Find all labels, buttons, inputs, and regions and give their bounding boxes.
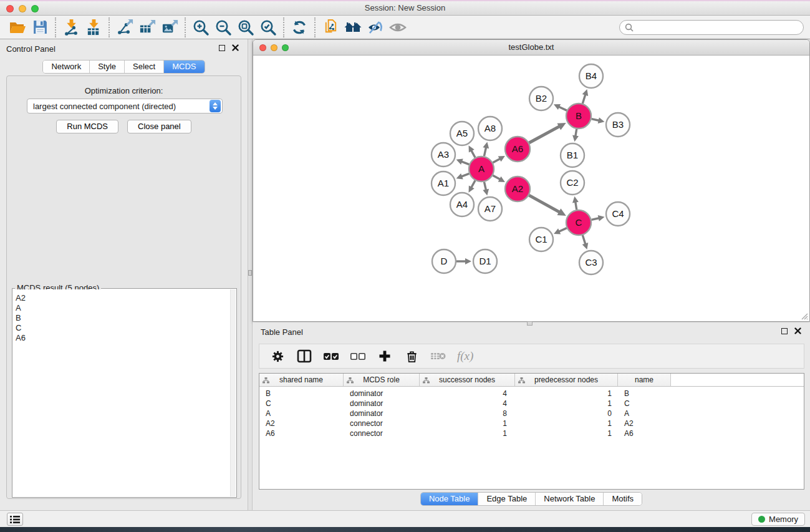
resize-grip-icon[interactable] [800, 312, 808, 320]
export-network-button[interactable] [113, 17, 136, 38]
tab-style[interactable]: Style [89, 60, 124, 73]
maximize-window-button[interactable] [31, 5, 39, 12]
add-column-button[interactable] [377, 347, 393, 365]
graph-edge-A-A2[interactable] [493, 175, 500, 180]
export-image-button[interactable] [158, 17, 181, 38]
zoom-fit-button[interactable] [234, 17, 257, 38]
deselect-all-button[interactable] [350, 347, 366, 365]
graph-node-A3[interactable]: A3 [432, 143, 455, 167]
graph-node-D1[interactable]: D1 [473, 249, 497, 273]
graph-node-B[interactable]: B [566, 104, 591, 128]
new-network-from-selection-button[interactable] [319, 17, 342, 38]
graph-node-B3[interactable]: B3 [606, 113, 630, 137]
graph-node-A7[interactable]: A7 [478, 197, 502, 221]
graph-node-C4[interactable]: C4 [606, 202, 630, 226]
graph-edge-C-C4[interactable] [591, 218, 599, 220]
list-item[interactable]: B [16, 313, 236, 323]
column-header-shared-name[interactable]: shared name [259, 374, 344, 386]
tab-select[interactable]: Select [124, 60, 163, 73]
graph-node-B4[interactable]: B4 [579, 64, 603, 88]
apply-layout-button[interactable] [288, 17, 311, 38]
float-panel-icon[interactable] [781, 328, 788, 334]
graph-edge-B-B3[interactable] [591, 119, 599, 121]
table-row[interactable]: Bdominator41B [259, 389, 804, 399]
table-row[interactable]: A2connector11A2 [259, 418, 804, 428]
graph-edge-C-C2[interactable] [576, 201, 577, 210]
table-row[interactable]: A6connector11A6 [259, 428, 804, 438]
zoom-out-button[interactable] [212, 17, 234, 38]
graph-edge-A-A3[interactable] [461, 162, 469, 165]
network-window-titlebar[interactable]: testGlobe.txt [253, 40, 809, 56]
graph-node-A4[interactable]: A4 [450, 193, 474, 216]
search-input[interactable] [637, 22, 798, 32]
first-neighbors-button[interactable] [342, 17, 364, 38]
graph-node-C2[interactable]: C2 [561, 171, 584, 195]
result-list-scrollbar[interactable] [230, 289, 236, 496]
graph-node-B1[interactable]: B1 [561, 143, 584, 167]
tab-network-table[interactable]: Network Table [535, 493, 603, 505]
graph-node-A1[interactable]: A1 [432, 172, 455, 195]
function-builder-button-disabled[interactable]: f(x) [457, 347, 473, 365]
close-panel-icon[interactable] [794, 327, 801, 334]
tab-motifs[interactable]: Motifs [603, 493, 642, 505]
network-close-button[interactable] [259, 44, 266, 51]
graph-node-C3[interactable]: C3 [579, 251, 603, 274]
graph-edge-A-A1[interactable] [461, 173, 469, 177]
column-header-MCDS-role[interactable]: MCDS role [344, 374, 420, 386]
graph-node-A5[interactable]: A5 [450, 122, 474, 145]
network-maximize-button[interactable] [282, 44, 289, 51]
graph-node-A6[interactable]: A6 [505, 137, 530, 162]
criterion-dropdown[interactable]: largest connected component (directed) [27, 99, 223, 114]
select-all-button[interactable] [323, 347, 339, 365]
graph-edge-A-A5[interactable] [471, 150, 475, 157]
splitter-handle[interactable] [248, 270, 252, 276]
table-row[interactable]: Cdominator41C [259, 399, 804, 409]
delete-column-button[interactable] [403, 347, 420, 365]
tab-network[interactable]: Network [43, 60, 89, 73]
column-header-successor-nodes[interactable]: successor nodes [420, 374, 515, 386]
delete-table-button-disabled[interactable] [430, 347, 446, 365]
graph-node-D[interactable]: D [432, 249, 456, 273]
graph-node-A[interactable]: A [469, 157, 494, 181]
graph-node-A8[interactable]: A8 [478, 117, 502, 140]
graph-node-C[interactable]: C [566, 210, 591, 235]
show-panels-button[interactable] [7, 513, 23, 526]
list-item[interactable]: A6 [16, 333, 236, 343]
graph-edge-A-A8[interactable] [484, 147, 486, 156]
graph-node-A2[interactable]: A2 [505, 177, 530, 201]
column-header-predecessor-nodes[interactable]: predecessor nodes [515, 374, 618, 386]
column-header-name[interactable]: name [618, 374, 671, 386]
graph-edge-B-B4[interactable] [582, 94, 586, 104]
save-session-button[interactable] [29, 17, 51, 38]
network-canvas[interactable]: B4B2BB3A8A5A6B1A3AC2A1A2A4A7C4CC1C3DD1 [254, 56, 809, 321]
show-hide-graphics-button[interactable] [364, 17, 387, 38]
close-window-button[interactable] [6, 5, 14, 12]
tab-edge-table[interactable]: Edge Table [478, 493, 535, 505]
search-field[interactable] [619, 20, 804, 35]
float-panel-icon[interactable] [219, 45, 225, 51]
open-session-button[interactable] [6, 17, 29, 38]
horizontal-splitter-handle[interactable] [527, 321, 533, 326]
import-table-button[interactable] [82, 17, 105, 38]
tab-mcds[interactable]: MCDS [163, 60, 204, 73]
list-item[interactable]: A [16, 303, 236, 313]
hide-selected-button[interactable] [387, 17, 409, 38]
table-row[interactable]: Adominator80A [259, 409, 804, 418]
graph-node-C1[interactable]: C1 [529, 228, 553, 251]
zoom-in-button[interactable] [190, 17, 212, 38]
zoom-selected-button[interactable] [257, 17, 279, 38]
graph-edge-A-A6[interactable] [493, 158, 500, 163]
table-settings-button[interactable] [269, 347, 286, 365]
graph-edge-A6-B[interactable] [529, 126, 560, 143]
graph-edge-A-A7[interactable] [484, 182, 486, 191]
list-item[interactable]: C [16, 323, 236, 333]
graph-edge-C-C1[interactable] [558, 228, 566, 232]
graph-node-B2[interactable]: B2 [529, 87, 553, 110]
export-table-button[interactable] [136, 17, 158, 38]
minimize-window-button[interactable] [19, 5, 26, 12]
memory-button[interactable]: Memory [751, 513, 805, 526]
list-item[interactable]: A2 [16, 293, 236, 303]
graph-edge-A-A4[interactable] [471, 180, 475, 188]
network-minimize-button[interactable] [271, 44, 277, 51]
column-visibility-button[interactable] [296, 347, 312, 365]
